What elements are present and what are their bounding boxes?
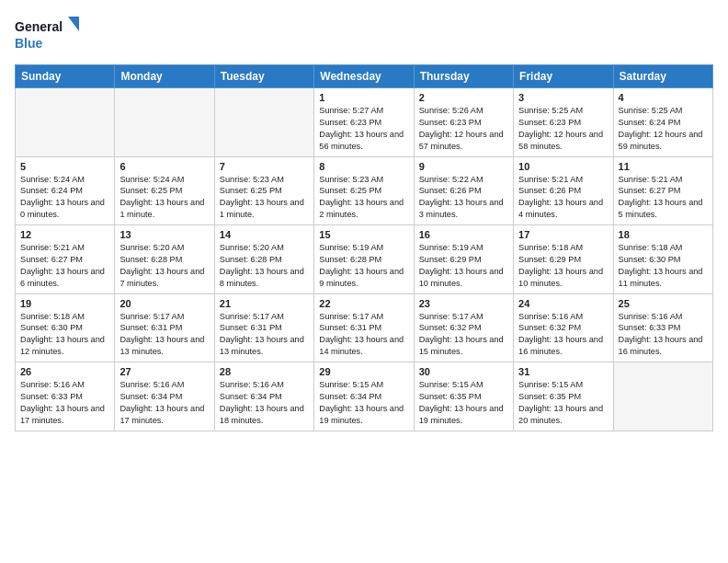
- day-number: 9: [419, 161, 508, 172]
- day-number: 16: [419, 229, 508, 240]
- cell-info: Sunrise: 5:16 AMSunset: 6:32 PMDaylight:…: [518, 311, 608, 359]
- calendar-cell: 31Sunrise: 5:15 AMSunset: 6:35 PMDayligh…: [514, 362, 613, 431]
- calendar-cell: 29Sunrise: 5:15 AMSunset: 6:34 PMDayligh…: [314, 362, 414, 431]
- calendar-cell: 9Sunrise: 5:22 AMSunset: 6:26 PMDaylight…: [414, 156, 513, 225]
- cell-info: Sunrise: 5:19 AMSunset: 6:28 PMDaylight:…: [319, 242, 408, 290]
- calendar-header-row: SundayMondayTuesdayWednesdayThursdayFrid…: [16, 65, 713, 88]
- calendar-cell: 30Sunrise: 5:15 AMSunset: 6:35 PMDayligh…: [414, 362, 513, 431]
- day-number: 26: [20, 366, 109, 377]
- calendar-table: SundayMondayTuesdayWednesdayThursdayFrid…: [15, 64, 713, 431]
- day-number: 13: [119, 229, 209, 240]
- cell-info: Sunrise: 5:24 AMSunset: 6:25 PMDaylight:…: [119, 174, 209, 222]
- calendar-cell: [214, 88, 313, 157]
- calendar-cell: 28Sunrise: 5:16 AMSunset: 6:34 PMDayligh…: [214, 362, 313, 431]
- day-number: 21: [220, 298, 309, 309]
- day-number: 27: [119, 366, 209, 377]
- cell-info: Sunrise: 5:15 AMSunset: 6:34 PMDaylight:…: [319, 379, 408, 427]
- day-of-week-header: Tuesday: [214, 65, 313, 88]
- day-number: 11: [619, 161, 708, 172]
- calendar-cell: 17Sunrise: 5:18 AMSunset: 6:29 PMDayligh…: [514, 225, 613, 294]
- calendar-cell: 5Sunrise: 5:24 AMSunset: 6:24 PMDaylight…: [16, 156, 115, 225]
- cell-info: Sunrise: 5:18 AMSunset: 6:30 PMDaylight:…: [619, 242, 708, 290]
- calendar-cell: 1Sunrise: 5:27 AMSunset: 6:23 PMDaylight…: [314, 88, 414, 157]
- cell-info: Sunrise: 5:17 AMSunset: 6:31 PMDaylight:…: [220, 311, 309, 359]
- calendar-cell: 23Sunrise: 5:17 AMSunset: 6:32 PMDayligh…: [414, 293, 513, 362]
- cell-info: Sunrise: 5:15 AMSunset: 6:35 PMDaylight:…: [518, 379, 608, 427]
- cell-info: Sunrise: 5:24 AMSunset: 6:24 PMDaylight:…: [20, 174, 109, 222]
- day-number: 6: [119, 161, 209, 172]
- day-of-week-header: Friday: [514, 65, 613, 88]
- calendar-cell: 7Sunrise: 5:23 AMSunset: 6:25 PMDaylight…: [214, 156, 313, 225]
- calendar-cell: [115, 88, 214, 157]
- day-number: 12: [20, 229, 109, 240]
- cell-info: Sunrise: 5:21 AMSunset: 6:27 PMDaylight:…: [619, 174, 708, 222]
- calendar-cell: [16, 88, 115, 157]
- day-number: 3: [518, 92, 608, 103]
- day-of-week-header: Sunday: [16, 65, 115, 88]
- calendar-cell: 10Sunrise: 5:21 AMSunset: 6:26 PMDayligh…: [514, 156, 613, 225]
- cell-info: Sunrise: 5:22 AMSunset: 6:26 PMDaylight:…: [419, 174, 508, 222]
- day-number: 14: [220, 229, 309, 240]
- cell-info: Sunrise: 5:18 AMSunset: 6:29 PMDaylight:…: [518, 242, 608, 290]
- calendar-week-row: 5Sunrise: 5:24 AMSunset: 6:24 PMDaylight…: [16, 156, 713, 225]
- general-blue-logo: General Blue: [15, 15, 79, 53]
- cell-info: Sunrise: 5:16 AMSunset: 6:34 PMDaylight:…: [119, 379, 209, 427]
- day-number: 7: [220, 161, 309, 172]
- day-number: 10: [518, 161, 608, 172]
- cell-info: Sunrise: 5:21 AMSunset: 6:26 PMDaylight:…: [518, 174, 608, 222]
- calendar-cell: 16Sunrise: 5:19 AMSunset: 6:29 PMDayligh…: [414, 225, 513, 294]
- calendar-week-row: 19Sunrise: 5:18 AMSunset: 6:30 PMDayligh…: [16, 293, 713, 362]
- day-number: 15: [319, 229, 408, 240]
- day-number: 31: [518, 366, 608, 377]
- calendar-cell: 12Sunrise: 5:21 AMSunset: 6:27 PMDayligh…: [16, 225, 115, 294]
- cell-info: Sunrise: 5:25 AMSunset: 6:24 PMDaylight:…: [619, 105, 708, 153]
- calendar-cell: 19Sunrise: 5:18 AMSunset: 6:30 PMDayligh…: [16, 293, 115, 362]
- calendar-cell: 11Sunrise: 5:21 AMSunset: 6:27 PMDayligh…: [613, 156, 712, 225]
- cell-info: Sunrise: 5:16 AMSunset: 6:33 PMDaylight:…: [619, 311, 708, 359]
- day-number: 23: [419, 298, 508, 309]
- day-number: 28: [220, 366, 309, 377]
- day-number: 18: [619, 229, 708, 240]
- calendar-week-row: 12Sunrise: 5:21 AMSunset: 6:27 PMDayligh…: [16, 225, 713, 294]
- calendar-cell: 15Sunrise: 5:19 AMSunset: 6:28 PMDayligh…: [314, 225, 414, 294]
- cell-info: Sunrise: 5:20 AMSunset: 6:28 PMDaylight:…: [220, 242, 309, 290]
- calendar-cell: 20Sunrise: 5:17 AMSunset: 6:31 PMDayligh…: [115, 293, 214, 362]
- cell-info: Sunrise: 5:17 AMSunset: 6:32 PMDaylight:…: [419, 311, 508, 359]
- day-number: 20: [119, 298, 209, 309]
- cell-info: Sunrise: 5:27 AMSunset: 6:23 PMDaylight:…: [319, 105, 408, 153]
- day-of-week-header: Monday: [115, 65, 214, 88]
- calendar-cell: 24Sunrise: 5:16 AMSunset: 6:32 PMDayligh…: [514, 293, 613, 362]
- calendar-cell: 22Sunrise: 5:17 AMSunset: 6:31 PMDayligh…: [314, 293, 414, 362]
- calendar-cell: 2Sunrise: 5:26 AMSunset: 6:23 PMDaylight…: [414, 88, 513, 157]
- day-number: 22: [319, 298, 408, 309]
- day-of-week-header: Thursday: [414, 65, 513, 88]
- cell-info: Sunrise: 5:23 AMSunset: 6:25 PMDaylight:…: [319, 174, 408, 222]
- cell-info: Sunrise: 5:17 AMSunset: 6:31 PMDaylight:…: [319, 311, 408, 359]
- calendar-cell: 6Sunrise: 5:24 AMSunset: 6:25 PMDaylight…: [115, 156, 214, 225]
- day-number: 19: [20, 298, 109, 309]
- calendar-cell: 27Sunrise: 5:16 AMSunset: 6:34 PMDayligh…: [115, 362, 214, 431]
- calendar-cell: 25Sunrise: 5:16 AMSunset: 6:33 PMDayligh…: [613, 293, 712, 362]
- cell-info: Sunrise: 5:26 AMSunset: 6:23 PMDaylight:…: [419, 105, 508, 153]
- day-number: 4: [619, 92, 708, 103]
- day-number: 2: [419, 92, 508, 103]
- day-of-week-header: Saturday: [613, 65, 712, 88]
- cell-info: Sunrise: 5:25 AMSunset: 6:23 PMDaylight:…: [518, 105, 608, 153]
- day-number: 25: [619, 298, 708, 309]
- day-of-week-header: Wednesday: [314, 65, 414, 88]
- cell-info: Sunrise: 5:21 AMSunset: 6:27 PMDaylight:…: [20, 242, 109, 290]
- day-number: 24: [518, 298, 608, 309]
- calendar-cell: 4Sunrise: 5:25 AMSunset: 6:24 PMDaylight…: [613, 88, 712, 157]
- day-number: 5: [20, 161, 109, 172]
- logo: General Blue: [15, 15, 79, 53]
- calendar-cell: 3Sunrise: 5:25 AMSunset: 6:23 PMDaylight…: [514, 88, 613, 157]
- calendar-cell: 14Sunrise: 5:20 AMSunset: 6:28 PMDayligh…: [214, 225, 313, 294]
- svg-marker-2: [68, 17, 79, 31]
- day-number: 1: [319, 92, 408, 103]
- day-number: 30: [419, 366, 508, 377]
- cell-info: Sunrise: 5:16 AMSunset: 6:33 PMDaylight:…: [20, 379, 109, 427]
- calendar-cell: 8Sunrise: 5:23 AMSunset: 6:25 PMDaylight…: [314, 156, 414, 225]
- calendar-cell: 26Sunrise: 5:16 AMSunset: 6:33 PMDayligh…: [16, 362, 115, 431]
- cell-info: Sunrise: 5:17 AMSunset: 6:31 PMDaylight:…: [119, 311, 209, 359]
- svg-text:General: General: [15, 19, 63, 34]
